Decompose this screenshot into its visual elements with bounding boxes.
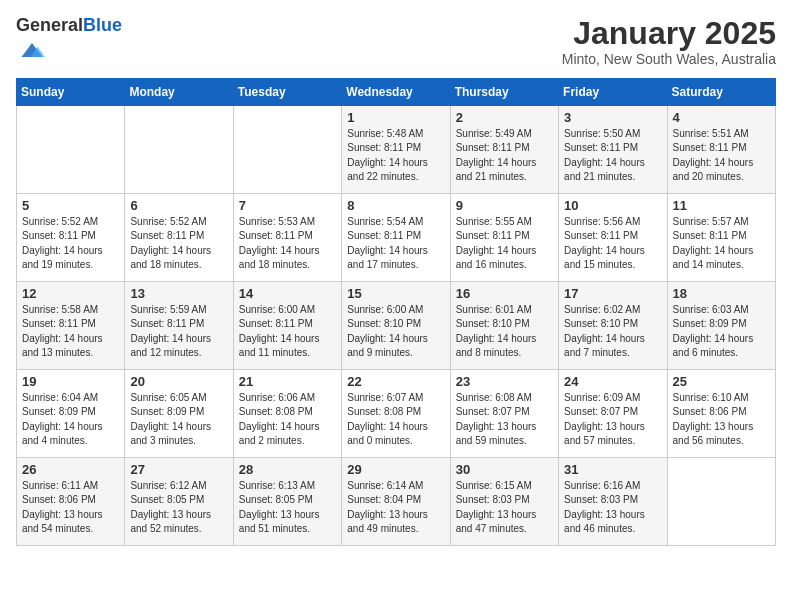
- day-cell-12: 12Sunrise: 5:58 AMSunset: 8:11 PMDayligh…: [17, 281, 125, 369]
- day-number: 21: [239, 374, 336, 389]
- month-title: January 2025: [562, 16, 776, 51]
- day-number: 23: [456, 374, 553, 389]
- day-number: 4: [673, 110, 770, 125]
- day-info: Sunrise: 5:48 AMSunset: 8:11 PMDaylight:…: [347, 127, 444, 185]
- day-number: 2: [456, 110, 553, 125]
- day-number: 11: [673, 198, 770, 213]
- day-cell-29: 29Sunrise: 6:14 AMSunset: 8:04 PMDayligh…: [342, 457, 450, 545]
- page-header: GeneralBlue January 2025 Minto, New Sout…: [16, 16, 776, 68]
- weekday-header-thursday: Thursday: [450, 78, 558, 105]
- weekday-header-sunday: Sunday: [17, 78, 125, 105]
- day-number: 31: [564, 462, 661, 477]
- weekday-header-monday: Monday: [125, 78, 233, 105]
- day-number: 7: [239, 198, 336, 213]
- day-info: Sunrise: 5:55 AMSunset: 8:11 PMDaylight:…: [456, 215, 553, 273]
- day-cell-26: 26Sunrise: 6:11 AMSunset: 8:06 PMDayligh…: [17, 457, 125, 545]
- day-number: 20: [130, 374, 227, 389]
- day-cell-21: 21Sunrise: 6:06 AMSunset: 8:08 PMDayligh…: [233, 369, 341, 457]
- day-cell-15: 15Sunrise: 6:00 AMSunset: 8:10 PMDayligh…: [342, 281, 450, 369]
- day-info: Sunrise: 6:05 AMSunset: 8:09 PMDaylight:…: [130, 391, 227, 449]
- day-info: Sunrise: 6:00 AMSunset: 8:11 PMDaylight:…: [239, 303, 336, 361]
- empty-cell: [667, 457, 775, 545]
- week-row-4: 19Sunrise: 6:04 AMSunset: 8:09 PMDayligh…: [17, 369, 776, 457]
- day-info: Sunrise: 5:54 AMSunset: 8:11 PMDaylight:…: [347, 215, 444, 273]
- day-info: Sunrise: 5:56 AMSunset: 8:11 PMDaylight:…: [564, 215, 661, 273]
- day-info: Sunrise: 6:04 AMSunset: 8:09 PMDaylight:…: [22, 391, 119, 449]
- day-number: 8: [347, 198, 444, 213]
- week-row-5: 26Sunrise: 6:11 AMSunset: 8:06 PMDayligh…: [17, 457, 776, 545]
- day-number: 15: [347, 286, 444, 301]
- day-number: 9: [456, 198, 553, 213]
- day-number: 13: [130, 286, 227, 301]
- empty-cell: [125, 105, 233, 193]
- week-row-3: 12Sunrise: 5:58 AMSunset: 8:11 PMDayligh…: [17, 281, 776, 369]
- week-row-1: 1Sunrise: 5:48 AMSunset: 8:11 PMDaylight…: [17, 105, 776, 193]
- empty-cell: [233, 105, 341, 193]
- day-info: Sunrise: 6:09 AMSunset: 8:07 PMDaylight:…: [564, 391, 661, 449]
- day-number: 25: [673, 374, 770, 389]
- day-number: 29: [347, 462, 444, 477]
- day-number: 19: [22, 374, 119, 389]
- location-subtitle: Minto, New South Wales, Australia: [562, 51, 776, 67]
- day-info: Sunrise: 5:52 AMSunset: 8:11 PMDaylight:…: [22, 215, 119, 273]
- day-info: Sunrise: 5:49 AMSunset: 8:11 PMDaylight:…: [456, 127, 553, 185]
- day-number: 10: [564, 198, 661, 213]
- day-cell-2: 2Sunrise: 5:49 AMSunset: 8:11 PMDaylight…: [450, 105, 558, 193]
- day-cell-1: 1Sunrise: 5:48 AMSunset: 8:11 PMDaylight…: [342, 105, 450, 193]
- day-info: Sunrise: 6:10 AMSunset: 8:06 PMDaylight:…: [673, 391, 770, 449]
- weekday-header-tuesday: Tuesday: [233, 78, 341, 105]
- weekday-header-friday: Friday: [559, 78, 667, 105]
- day-info: Sunrise: 5:59 AMSunset: 8:11 PMDaylight:…: [130, 303, 227, 361]
- day-number: 6: [130, 198, 227, 213]
- day-cell-19: 19Sunrise: 6:04 AMSunset: 8:09 PMDayligh…: [17, 369, 125, 457]
- day-number: 3: [564, 110, 661, 125]
- day-cell-8: 8Sunrise: 5:54 AMSunset: 8:11 PMDaylight…: [342, 193, 450, 281]
- day-cell-20: 20Sunrise: 6:05 AMSunset: 8:09 PMDayligh…: [125, 369, 233, 457]
- day-number: 28: [239, 462, 336, 477]
- day-info: Sunrise: 6:00 AMSunset: 8:10 PMDaylight:…: [347, 303, 444, 361]
- logo-blue-text: Blue: [83, 15, 122, 35]
- day-cell-30: 30Sunrise: 6:15 AMSunset: 8:03 PMDayligh…: [450, 457, 558, 545]
- day-cell-11: 11Sunrise: 5:57 AMSunset: 8:11 PMDayligh…: [667, 193, 775, 281]
- day-number: 26: [22, 462, 119, 477]
- day-cell-16: 16Sunrise: 6:01 AMSunset: 8:10 PMDayligh…: [450, 281, 558, 369]
- day-cell-3: 3Sunrise: 5:50 AMSunset: 8:11 PMDaylight…: [559, 105, 667, 193]
- day-cell-10: 10Sunrise: 5:56 AMSunset: 8:11 PMDayligh…: [559, 193, 667, 281]
- day-info: Sunrise: 5:57 AMSunset: 8:11 PMDaylight:…: [673, 215, 770, 273]
- day-number: 17: [564, 286, 661, 301]
- day-number: 30: [456, 462, 553, 477]
- day-info: Sunrise: 5:53 AMSunset: 8:11 PMDaylight:…: [239, 215, 336, 273]
- day-info: Sunrise: 6:14 AMSunset: 8:04 PMDaylight:…: [347, 479, 444, 537]
- day-info: Sunrise: 6:02 AMSunset: 8:10 PMDaylight:…: [564, 303, 661, 361]
- day-cell-13: 13Sunrise: 5:59 AMSunset: 8:11 PMDayligh…: [125, 281, 233, 369]
- day-cell-27: 27Sunrise: 6:12 AMSunset: 8:05 PMDayligh…: [125, 457, 233, 545]
- day-info: Sunrise: 6:13 AMSunset: 8:05 PMDaylight:…: [239, 479, 336, 537]
- day-info: Sunrise: 6:07 AMSunset: 8:08 PMDaylight:…: [347, 391, 444, 449]
- day-cell-6: 6Sunrise: 5:52 AMSunset: 8:11 PMDaylight…: [125, 193, 233, 281]
- day-cell-23: 23Sunrise: 6:08 AMSunset: 8:07 PMDayligh…: [450, 369, 558, 457]
- day-cell-31: 31Sunrise: 6:16 AMSunset: 8:03 PMDayligh…: [559, 457, 667, 545]
- day-cell-7: 7Sunrise: 5:53 AMSunset: 8:11 PMDaylight…: [233, 193, 341, 281]
- calendar-table: SundayMondayTuesdayWednesdayThursdayFrid…: [16, 78, 776, 546]
- day-info: Sunrise: 6:16 AMSunset: 8:03 PMDaylight:…: [564, 479, 661, 537]
- title-block: January 2025 Minto, New South Wales, Aus…: [562, 16, 776, 67]
- day-cell-4: 4Sunrise: 5:51 AMSunset: 8:11 PMDaylight…: [667, 105, 775, 193]
- day-number: 24: [564, 374, 661, 389]
- day-number: 18: [673, 286, 770, 301]
- logo: GeneralBlue: [16, 16, 122, 68]
- day-number: 14: [239, 286, 336, 301]
- day-number: 16: [456, 286, 553, 301]
- empty-cell: [17, 105, 125, 193]
- day-info: Sunrise: 6:11 AMSunset: 8:06 PMDaylight:…: [22, 479, 119, 537]
- day-number: 27: [130, 462, 227, 477]
- day-info: Sunrise: 6:08 AMSunset: 8:07 PMDaylight:…: [456, 391, 553, 449]
- day-cell-25: 25Sunrise: 6:10 AMSunset: 8:06 PMDayligh…: [667, 369, 775, 457]
- day-cell-22: 22Sunrise: 6:07 AMSunset: 8:08 PMDayligh…: [342, 369, 450, 457]
- logo-icon: [18, 36, 46, 64]
- day-info: Sunrise: 5:50 AMSunset: 8:11 PMDaylight:…: [564, 127, 661, 185]
- weekday-header-saturday: Saturday: [667, 78, 775, 105]
- week-row-2: 5Sunrise: 5:52 AMSunset: 8:11 PMDaylight…: [17, 193, 776, 281]
- day-number: 12: [22, 286, 119, 301]
- day-info: Sunrise: 6:12 AMSunset: 8:05 PMDaylight:…: [130, 479, 227, 537]
- day-cell-24: 24Sunrise: 6:09 AMSunset: 8:07 PMDayligh…: [559, 369, 667, 457]
